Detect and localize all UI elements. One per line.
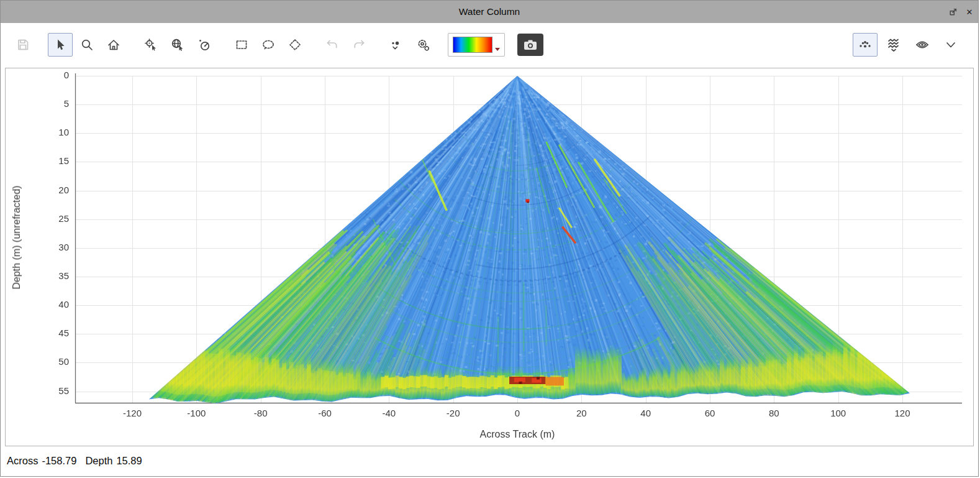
y-tick-label: 40	[40, 299, 69, 310]
y-tick-label: 25	[40, 213, 69, 224]
water-column-window: Water Column ✕	[0, 0, 979, 477]
select-tool-button[interactable]	[48, 33, 73, 57]
water-column-plot-panel: Depth (m) (unrefracted) Across Track (m)…	[5, 68, 974, 446]
redo-button[interactable]	[347, 33, 371, 57]
status-depth-label: Depth	[85, 455, 112, 466]
y-tick-label: 10	[40, 127, 69, 137]
y-axis-label: Depth (m) (unrefracted)	[11, 185, 22, 289]
point-display-options-button[interactable]	[384, 33, 409, 57]
x-axis-label: Across Track (m)	[480, 429, 555, 440]
redo-arrow-icon	[352, 38, 366, 52]
colormap-caret-icon	[495, 48, 500, 51]
y-tick-label: 20	[40, 185, 69, 195]
pick-geo-tool-button[interactable]	[165, 33, 190, 57]
x-tick-label: -80	[254, 408, 268, 418]
x-tick-label: 120	[894, 408, 910, 418]
cursor-arrow-icon	[53, 38, 67, 52]
y-tick-label: 5	[40, 98, 69, 109]
y-tick-label: 15	[40, 155, 69, 166]
waterfall-display-button[interactable]	[881, 33, 906, 57]
home-view-button[interactable]	[101, 33, 126, 57]
toolbar	[1, 23, 978, 67]
close-window-button[interactable]: ✕	[964, 7, 974, 17]
stacked-display-button[interactable]	[910, 33, 935, 57]
dashed-rectangle-icon	[235, 38, 248, 52]
scatter-dots-icon	[858, 37, 873, 52]
nested-arcs-eye-icon	[915, 37, 930, 52]
save-button[interactable]	[11, 33, 35, 57]
floppy-disk-icon	[16, 38, 30, 52]
polygon-select-tool-button[interactable]	[283, 33, 307, 57]
gears-icon	[416, 38, 430, 52]
status-bar: Across-158.79Depth15.89	[1, 446, 978, 477]
dashed-diamond-icon	[288, 38, 302, 52]
more-options-button[interactable]	[938, 33, 963, 57]
x-tick-label: -40	[382, 408, 396, 418]
rectangle-select-tool-button[interactable]	[229, 33, 254, 57]
beam-pick-tool-button[interactable]	[192, 33, 217, 57]
home-icon	[107, 38, 120, 52]
colormap-selector[interactable]	[448, 33, 505, 57]
settings-button[interactable]	[411, 33, 435, 57]
zoom-tool-button[interactable]	[75, 33, 99, 57]
float-window-button[interactable]	[948, 7, 958, 17]
undo-button[interactable]	[320, 33, 345, 57]
x-tick-label: -20	[447, 408, 460, 418]
camera-icon	[522, 38, 538, 52]
crosshair-cursor-icon	[144, 38, 158, 52]
points-display-button[interactable]	[853, 33, 878, 57]
y-tick-label: 35	[40, 270, 69, 281]
y-tick-label: 55	[40, 385, 69, 396]
x-tick-label: 20	[576, 408, 587, 418]
x-tick-label: 0	[515, 408, 520, 418]
globe-cursor-icon	[171, 38, 184, 52]
window-title: Water Column	[459, 6, 520, 17]
x-tick-label: 80	[769, 408, 779, 418]
y-tick-label: 50	[40, 356, 69, 367]
dial-icon	[197, 38, 211, 52]
x-tick-label: -60	[318, 408, 332, 418]
snapshot-button[interactable]	[517, 34, 543, 56]
x-tick-label: 60	[705, 408, 715, 418]
chevron-down-icon	[943, 37, 958, 52]
undo-arrow-icon	[325, 38, 339, 52]
water-column-fan-canvas[interactable]	[6, 68, 974, 446]
titlebar[interactable]: Water Column ✕	[1, 1, 978, 23]
status-depth-value: 15.89	[116, 455, 142, 466]
x-tick-label: 40	[640, 408, 651, 418]
magnifier-icon	[80, 38, 94, 52]
y-tick-label: 0	[40, 70, 69, 80]
dashed-lasso-icon	[261, 38, 275, 52]
x-tick-label: 100	[830, 408, 846, 418]
x-tick-label: -100	[187, 408, 206, 418]
pop-out-icon	[949, 7, 958, 16]
x-tick-label: -120	[123, 408, 142, 418]
rainbow-colorbar	[453, 37, 492, 53]
pick-point-tool-button[interactable]	[138, 33, 163, 57]
dots-dropdown-icon	[389, 38, 403, 52]
wave-lines-icon	[886, 37, 901, 52]
lasso-select-tool-button[interactable]	[256, 33, 281, 57]
status-across-value: -158.79	[42, 455, 76, 466]
y-tick-label: 30	[40, 242, 69, 252]
status-across-label: Across	[7, 455, 38, 466]
y-tick-label: 45	[40, 328, 69, 338]
